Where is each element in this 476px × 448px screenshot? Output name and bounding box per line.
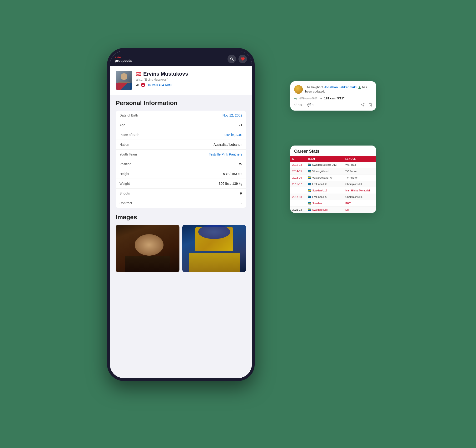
pob-value: Testville, AUS [222,133,242,137]
likes-count: 180 [298,103,303,107]
cell-season: 2014-15 [290,168,306,175]
arrow-icon: → [319,97,322,100]
portrait-head [121,73,127,80]
images-grid [116,225,246,272]
stats-table: S TEAM LEAGUE 2012-13🇸🇪Sweden Selects U1… [290,156,376,213]
personal-info-title: Personal Information [116,100,246,107]
position-row: Position LW [116,159,246,169]
logo: elite prospects [115,56,132,62]
height-value: 5'4" / 163 cm [223,172,242,176]
cell-league: Ivan Hlinka Memorial [343,187,376,194]
bookmark-action[interactable] [368,103,372,107]
portrait-body [118,82,130,90]
position-label: Position [119,162,131,166]
col-league: LEAGUE [343,156,376,162]
notification-avatar [294,85,303,94]
cell-team: 🇸🇪Sweden U18 [306,187,343,194]
age-label: Age [119,123,125,127]
table-row: 2012-13🇸🇪Sweden Selects U13WSI U13 [290,162,376,168]
personal-info-table: Date of Birth Nov 12, 2002 Age 21 Place … [116,111,246,208]
cell-season [290,200,306,207]
cell-league: TV-Pucken [343,168,376,175]
weight-label: Weight [119,182,130,185]
likes-action[interactable]: ♡ 180 [294,103,303,107]
age-value: 21 [238,123,242,127]
weight-value: 306 lbs / 139 kg [219,182,242,185]
table-row: 2015-16🇸🇪Västergötland "A"TV-Pucken [290,175,376,181]
table-header-row: S TEAM LEAGUE [290,156,376,162]
images-title: Images [116,214,246,221]
cell-season [290,187,306,194]
nation-row: Nation Australia / Lebanon [116,140,246,149]
notification-text: The height of Jonathan Lekkerimäki has b… [305,85,372,94]
cell-team: 🇸🇪Frölunda HC [306,181,343,187]
position-value: LW [238,162,242,166]
nation-label: Nation [119,143,129,146]
shoots-row: Shoots R [116,188,246,198]
career-stats-card: Career Stats S TEAM LEAGUE 2012-13🇸🇪Swed… [290,145,376,213]
cell-season: 2016-17 [290,181,306,187]
youth-label: Youth Team [119,152,137,156]
notification-actions: ♡ 180 💬 1 [294,103,372,107]
comments-count: 1 [312,103,314,107]
cell-team: 🇸🇪Sweden Selects U13 [306,162,343,168]
pob-label: Place of Birth [119,133,139,137]
cell-league: WSI U13 [343,162,376,168]
svg-line-1 [232,60,233,61]
search-button[interactable] [227,55,236,63]
scene: elite prospects [95,34,381,414]
table-row: 🇸🇪SwedenEHT [290,200,376,207]
contract-label: Contract [119,201,132,205]
dob-value: Nov 12, 2002 [222,113,242,117]
heart-icon: ♡ [294,103,297,107]
notification-card: The height of Jonathan Lekkerimäki has b… [290,81,376,111]
avatar-image [116,71,132,90]
phone-main: elite prospects [107,48,255,381]
cell-team: 🇸🇪Sweden (EHT) [306,207,343,213]
cell-team: 🇸🇪Frölunda HC [306,194,343,200]
comment-icon: 💬 [307,103,311,107]
cell-league: EHT [343,207,376,213]
phone-content[interactable]: Personal Information Date of Birth Nov 1… [110,95,252,378]
player-flag: 🇦🇹 [136,71,141,77]
youth-value: Testville Pink Panthers [209,152,242,156]
notif-text-before: The height of [305,85,324,89]
cell-season: 2012-13 [290,162,306,168]
cell-team: 🇸🇪Sweden [306,200,343,207]
age-row: Age 21 [116,120,246,130]
contract-row: Contract - [116,198,246,208]
player-name-row: 🇦🇹 Ervins Mustukovs [136,71,246,77]
player-number: #1 [136,83,139,87]
height-row: Height 5'4" / 163 cm [116,169,246,179]
cell-league: EHT [343,200,376,207]
favorites-button[interactable] [238,55,247,63]
header-icons [227,55,247,63]
phone-inner: elite prospects [110,51,252,378]
old-height: 179 cm / 5'8" [299,97,317,100]
table-row: 2014-15🇸🇪VästergötlandTV-Pucken [290,168,376,175]
pob-row: Place of Birth Testville, AUS [116,130,246,140]
shoots-label: Shoots [119,191,130,195]
table-row: 2021-22🇸🇪Sweden (EHT)EHT [290,207,376,213]
share-action[interactable] [361,103,365,107]
images-section: Images [116,214,246,272]
player-card: 🇦🇹 Ervins Mustukovs a.k.a. "Ervins Musuk… [110,66,252,95]
comments-action[interactable]: 💬 1 [307,103,314,107]
table-row: 2016-17🇸🇪Frölunda HCChampions HL [290,181,376,187]
weight-row: Weight 306 lbs / 139 kg [116,179,246,188]
shoots-value: R [240,191,242,195]
notification-header: The height of Jonathan Lekkerimäki has b… [294,85,372,94]
dob-row: Date of Birth Nov 12, 2002 [116,111,246,120]
logo-prospects: prospects [115,59,132,62]
cell-team: 🇸🇪Västergötland [306,168,343,175]
new-height: 181 cm / 5'11" [324,97,345,100]
cell-league: Champions HL [343,194,376,200]
team-logo [141,83,145,87]
player-image-1[interactable] [116,225,179,272]
contract-value: - [241,201,242,205]
team-link[interactable]: HK Välk 494 Tartu [147,83,172,87]
table-row: 2017-18🇸🇪Frölunda HCChampions HL [290,194,376,200]
cell-league: TV-Pucken [343,175,376,181]
player-image-2[interactable] [182,225,246,272]
col-team: TEAM [306,156,343,162]
